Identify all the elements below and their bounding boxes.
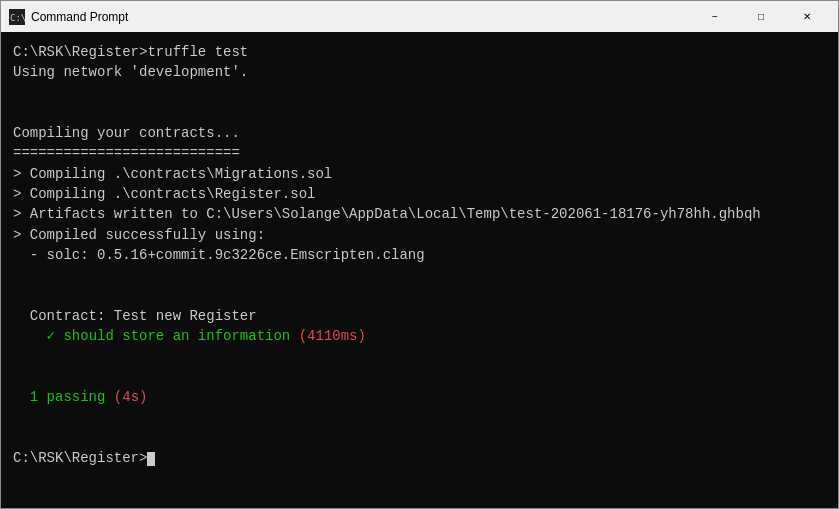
blank-8 xyxy=(13,428,826,448)
cmd-icon: C:\ xyxy=(9,9,25,25)
minimize-button[interactable]: − xyxy=(692,1,738,32)
terminal-body[interactable]: C:\RSK\Register>truffle test Using netwo… xyxy=(1,32,838,508)
maximize-button[interactable]: □ xyxy=(738,1,784,32)
line-prompt: C:\RSK\Register> xyxy=(13,448,826,468)
blank-5 xyxy=(13,346,826,366)
window: C:\ Command Prompt − □ ✕ C:\RSK\Register… xyxy=(0,0,839,509)
line-2: Using network 'development'. xyxy=(13,62,826,82)
passing: 1 passing xyxy=(13,389,114,405)
prompt-text: C:\RSK\Register> xyxy=(13,450,147,466)
line-5: > Compiling .\contracts\Migrations.sol xyxy=(13,164,826,184)
timing: (4110ms) xyxy=(299,328,366,344)
title-bar: C:\ Command Prompt − □ ✕ xyxy=(1,1,838,32)
checkmark: ✓ should store an information xyxy=(13,328,299,344)
line-12: 1 passing (4s) xyxy=(13,387,826,407)
window-controls: − □ ✕ xyxy=(692,1,830,32)
line-8: > Compiled successfully using: xyxy=(13,225,826,245)
line-7: > Artifacts written to C:\Users\Solange\… xyxy=(13,204,826,224)
window-title: Command Prompt xyxy=(31,10,692,24)
close-button[interactable]: ✕ xyxy=(784,1,830,32)
cursor xyxy=(147,452,155,466)
line-4: =========================== xyxy=(13,143,826,163)
line-11: ✓ should store an information (4110ms) xyxy=(13,326,826,346)
line-10: Contract: Test new Register xyxy=(13,306,826,326)
blank-3 xyxy=(13,265,826,285)
blank-1 xyxy=(13,83,826,103)
blank-6 xyxy=(13,367,826,387)
blank-4 xyxy=(13,286,826,306)
line-1: C:\RSK\Register>truffle test xyxy=(13,42,826,62)
line-3: Compiling your contracts... xyxy=(13,123,826,143)
passing-time: (4s) xyxy=(114,389,148,405)
svg-text:C:\: C:\ xyxy=(10,13,25,23)
blank-7 xyxy=(13,407,826,427)
blank-2 xyxy=(13,103,826,123)
line-6: > Compiling .\contracts\Register.sol xyxy=(13,184,826,204)
line-9: - solc: 0.5.16+commit.9c3226ce.Emscripte… xyxy=(13,245,826,265)
